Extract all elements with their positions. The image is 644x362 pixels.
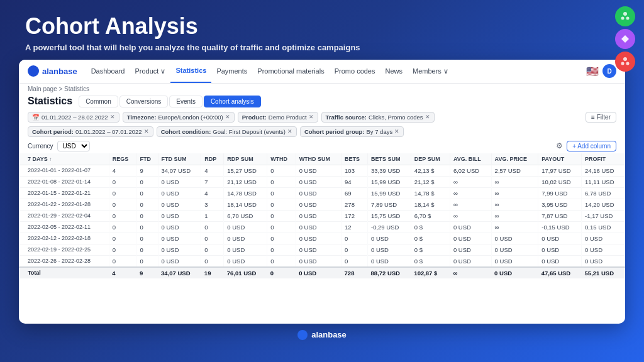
table-cell: 0 [201,244,224,255]
table-wrap[interactable]: 7 DAYS ↑ REGS FTD FTD SUM RDP RDP SUM WT… [19,153,625,324]
svg-point-3 [623,57,627,61]
col-payout[interactable]: PAYOUT [538,153,582,165]
filter-row-1: 📅 01.01.2022 – 28.02.2022 ✕ Timezone: Eu… [19,110,625,124]
tab-cohort-analysis[interactable]: Cohort analysis [204,96,261,107]
col-period[interactable]: 7 DAYS ↑ [19,153,109,165]
col-avg-price[interactable]: AVG. PRICE [491,153,538,165]
col-rdp[interactable]: RDP [201,153,224,165]
col-bets-sum[interactable]: BETS SUM [367,153,411,165]
col-bets[interactable]: BETS [341,153,368,165]
table-cell: 0 [267,210,296,221]
table-cell: 0 USD [224,233,267,244]
logo-text: alanbase [42,67,77,76]
filter-cohort-condition[interactable]: Cohort condition: Goal: First Deposit (e… [157,126,297,137]
col-regs[interactable]: REGS [109,153,136,165]
nav-item-product[interactable]: Product ∨ [130,60,170,84]
nav-item-payments[interactable]: Payments [211,60,252,84]
table-cell: 0 USD [296,221,341,233]
total-cell: 0 [267,267,296,278]
table-cell: 69 [341,187,368,199]
settings-button[interactable]: ⚙ [556,141,563,150]
tab-events[interactable]: Events [169,96,203,107]
filter-product[interactable]: Product: Demo Product ✕ [238,112,318,123]
table-row: 2022-01-29 - 2022-02-04000 USD16,70 USD0… [19,210,625,221]
col-wthd[interactable]: WTHD [267,153,296,165]
nav-avatar[interactable]: D [602,64,616,78]
table-cell: 0 [136,199,158,210]
col-wthd-sum[interactable]: WTHD SUM [296,153,341,165]
table-cell: -1,17 USD [582,210,625,221]
table-cell: 2022-01-08 - 2022-01-14 [19,176,109,187]
filter-traffic-source[interactable]: Traffic source: Clicks, Promo codes ✕ [321,112,435,123]
table-cell: 18,14 USD [224,199,267,210]
table-cell: 0 $ [411,255,450,267]
nav-item-dashboard[interactable]: Dashboard [86,60,130,84]
table-cell: 0 USD [296,233,341,244]
table-cell: 2022-01-01 - 2022-01-07 [19,165,109,176]
table-cell: 0 USD [296,176,341,187]
table-cell: 0 [109,210,136,221]
currency-right: ⚙ + Add column [556,141,616,151]
col-avg-bill[interactable]: AVG. BILL [450,153,491,165]
tab-common[interactable]: Common [79,96,118,107]
filter-date-range[interactable]: 📅 01.01.2022 – 28.02.2022 ✕ [28,112,119,123]
filter-cohort-period[interactable]: Cohort period: 01.01.2022 – 07.01.2022 ✕ [28,126,153,137]
filter-button[interactable]: ≡ Filter [586,112,616,123]
table-cell: 0 [109,199,136,210]
table-cell: 0 USD [450,233,491,244]
table-cell: 2022-01-15 - 2022-01-21 [19,187,109,199]
table-cell: 103 [341,165,368,176]
table-cell: 0 [136,221,158,233]
table-cell: 21,12 USD [224,176,267,187]
table-cell: 0 $ [411,221,450,233]
currency-select[interactable]: USD EUR [57,141,90,151]
table-cell: 0 [136,176,158,187]
table-cell: 0 USD [491,244,538,255]
table-cell: 14,78 USD [224,187,267,199]
table-cell: ∞ [450,199,491,210]
table-cell: 15,27 USD [224,165,267,176]
table-cell: 0 USD [367,255,411,267]
table-row: 2022-01-22 - 2022-01-28000 USD318,14 USD… [19,199,625,210]
col-rdp-sum[interactable]: RDP SUM [224,153,267,165]
filter-cohort-group[interactable]: Cohort period group: By 7 days ✕ [300,126,404,137]
col-dep-sum[interactable]: DEP SUM [411,153,450,165]
table-cell: 0 USD [158,210,201,221]
nav-item-statistics[interactable]: Statistics [170,60,211,84]
col-ftd-sum[interactable]: FTD SUM [158,153,201,165]
table-cell: 0 [201,233,224,244]
table-cell: 0 USD [296,255,341,267]
table-cell: 0 USD [538,233,582,244]
table-cell: 4 [109,165,136,176]
tab-conversions[interactable]: Conversions [119,96,169,107]
table-row: 2022-01-15 - 2022-01-21000 USD414,78 USD… [19,187,625,199]
table-cell: 0 [109,233,136,244]
total-cell: 4 [109,267,136,278]
table-cell: 0 USD [296,165,341,176]
total-cell: 19 [201,267,224,278]
nav-item-promo-codes[interactable]: Promo codes [330,60,380,84]
table-cell: 15,75 USD [367,210,411,221]
nav-item-members[interactable]: Members ∨ [408,60,453,84]
add-column-button[interactable]: + Add column [567,141,616,151]
table-cell: 3 [201,199,224,210]
table-cell: 2022-01-29 - 2022-02-04 [19,210,109,221]
table-cell: 2022-02-05 - 2022-02-11 [19,221,109,233]
nav-item-news[interactable]: News [380,60,408,84]
col-ftd[interactable]: FTD [136,153,158,165]
corner-icons [615,6,635,72]
table-cell: 0 [136,244,158,255]
total-cell: 47,65 USD [538,267,582,278]
table-cell: 0 USD [582,244,625,255]
filter-timezone[interactable]: Timezone: Europe/London (+00:00) ✕ [123,112,235,123]
table-cell: 0 USD [450,221,491,233]
col-profit[interactable]: PROFIT [582,153,625,165]
nav-item-promo-materials[interactable]: Promotional materials [252,60,329,84]
table-cell: 14,20 USD [582,199,625,210]
table-cell: 0 USD [538,255,582,267]
table-cell: 0 [341,244,368,255]
table-cell: ∞ [450,210,491,221]
currency-label: Currency [28,143,53,150]
table-cell: 2022-02-12 - 2022-02-18 [19,233,109,244]
table-cell: 2022-01-22 - 2022-01-28 [19,199,109,210]
